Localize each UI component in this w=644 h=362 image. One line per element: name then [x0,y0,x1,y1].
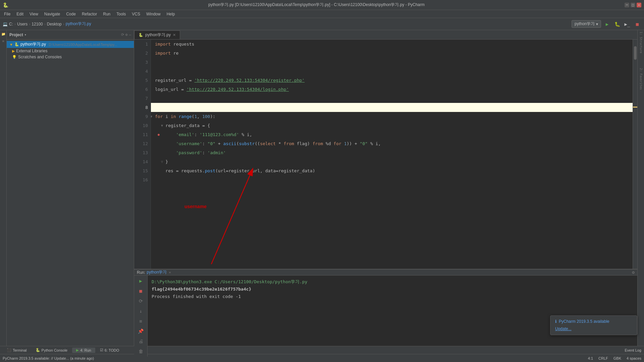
folder-open-icon: ▼ [9,43,13,47]
python-file-icon: 🐍 [14,42,19,47]
breadcrumb-user[interactable]: 12100 [32,22,43,26]
project-actions: ⟳ ⚙ — [121,33,131,37]
project-settings-icon[interactable]: ⚙ [125,33,128,37]
menu-edit[interactable]: Edit [14,11,26,17]
event-log-link[interactable]: Event Log [625,348,641,352]
menu-code[interactable]: Code [63,11,78,17]
structure-icon[interactable]: ≡ [1,39,5,44]
run-tab-name[interactable]: python学习 [147,269,167,275]
right-panel: 1: Structure 2: Favorites [637,30,644,346]
notification-title: ℹ PyCharm 2019.3.5 available [555,319,632,324]
breakpoint-11: ● [158,130,160,139]
breadcrumb-file[interactable]: python学习.py [66,21,91,27]
notification-update-link[interactable]: Update... [555,326,572,331]
kw-import-2: import [155,49,171,58]
tab-close-button[interactable]: ✕ [173,33,176,37]
run-trash-button[interactable]: 🗑 [137,347,145,355]
run-pin-button[interactable]: 📌 [137,327,145,335]
menu-view[interactable]: View [27,11,41,17]
tree-item-scratches[interactable]: 💡 Scratches and Consoles [7,54,134,60]
run-list-button[interactable]: ≡ [137,317,145,325]
right-panel-label-2[interactable]: 2: Favorites [639,68,643,90]
line-num-4: 4 [134,67,148,76]
status-line-col[interactable]: 4:1 [588,356,593,360]
menu-run[interactable]: Run [100,11,113,17]
run-rerun-button[interactable]: ⟳ [137,297,145,305]
breadcrumb-drive-label[interactable]: C: [9,22,13,26]
breadcrumb-drive[interactable]: 💻 [3,22,8,26]
stop-button[interactable]: ■ [633,20,641,28]
code-line-2: import re [151,49,633,58]
code-line-5: register_url = 'http://220.249.52.133:54… [151,76,633,85]
right-panel-label-1[interactable]: 1: Structure [639,32,643,53]
titlebar: 🐍 python学习.py [D:\Users\12100\AppData\Lo… [0,0,644,10]
run-tab-label-bottom: 4: Run [80,348,91,352]
run-config-button[interactable]: python学习 ▾ [572,20,601,28]
maximize-button[interactable]: □ [631,3,635,7]
menu-tools[interactable]: Tools [114,11,128,17]
breadcrumb-users[interactable]: Users [17,22,28,26]
run-process-output: Process finished with exit code -1 [152,293,633,300]
toolbar-right: python学习 ▾ ▶ 🐛 ▶̲ ■ [572,20,641,28]
menu-refactor[interactable]: Refactor [79,11,100,17]
run-tabs-bar: Run: python学习 ✕ ⚙ [134,269,637,276]
notification-icon: ℹ [555,319,557,324]
project-header: Project ▾ ⟳ ⚙ — [7,30,134,40]
project-icon[interactable]: 📁 [1,32,6,37]
code-line-9: ▼ for i in range(1, 100): [151,112,633,121]
minimize-button[interactable]: ─ [625,3,629,7]
line-num-6: 6 [134,85,148,94]
run-print-button[interactable]: 🖨 [137,337,145,345]
code-content[interactable]: import requests import re register_url =… [151,40,633,269]
close-button[interactable]: ✕ [637,3,641,7]
notification-popup: ℹ PyCharm 2019.3.5 available Update... [550,315,637,335]
tree-item-main[interactable]: ▼ 🐍 python学习.py D:\Users\12100\AppData\L… [7,41,134,48]
title-text: python学习.py [D:\Users\12100\AppData\Loca… [8,2,625,8]
code-line-1: import requests [151,40,633,49]
tab-main-file[interactable]: 🐍 python学习.py ✕ [134,31,180,39]
run-scroll-down-button[interactable]: ↓ [137,307,145,315]
run-command-line: D:\Python38\python3.exe C:/Users/12100/D… [152,278,633,286]
menu-help[interactable]: Help [164,11,178,17]
status-encoding[interactable]: GBK [613,356,621,360]
terminal-icon: ⬛ [7,348,11,352]
line-num-15: 15 [134,166,148,175]
status-text: PyCharm 2019.3.5 available: // Update...… [3,356,94,360]
menu-window[interactable]: Window [144,11,163,17]
breadcrumb: 💻 C: › Users › 12100 › Desktop › python学… [3,21,91,27]
line-num-7: 7 [134,94,148,103]
breadcrumb-desktop[interactable]: Desktop [47,22,62,26]
right-scrollbar[interactable] [633,40,637,269]
run-settings-icon[interactable]: ⚙ [632,270,635,275]
project-sync-icon[interactable]: ⟳ [121,33,124,37]
run-tab-close[interactable]: ✕ [169,270,171,274]
tab-todo[interactable]: ☑ 6: TODO [96,347,123,353]
main-area: 📁 ≡ Project ▾ ⟳ ⚙ — ▼ 🐍 python学习.py D:\U… [0,30,644,346]
coverage-button[interactable]: ▶̲ [623,20,631,28]
tab-python-console[interactable]: 🐍 Python Console [32,347,72,353]
project-collapse-icon[interactable]: — [129,33,131,37]
run-stop-button[interactable]: ■ [137,287,145,295]
menu-file[interactable]: File [1,11,13,17]
line-num-14: 14 [134,157,148,166]
menu-navigate[interactable]: Navigate [42,11,63,17]
scrollbar-thumb[interactable] [634,46,637,60]
tab-run[interactable]: ▶ 4: Run [72,348,95,353]
line-num-12: 12 [134,139,148,148]
terminal-label: Terminal [13,348,27,352]
run-tab-label: Run: [137,270,145,275]
project-chevron[interactable]: ▾ [24,33,26,37]
run-button[interactable]: ▶ [603,20,611,28]
app-icon: 🐍 [3,2,8,8]
code-line-12: 'username': "0" + ascii(substr((select *… [151,139,633,148]
run-play-button[interactable]: ▶ [137,277,145,285]
tree-item-external-libs[interactable]: ▶ External Libraries [7,48,134,54]
tab-terminal[interactable]: ⬛ Terminal [3,347,31,353]
code-editor[interactable]: 1 2 3 4 5 6 7 8 9 10 11 12 13 14 15 16 [134,40,637,269]
debug-button[interactable]: 🐛 [613,20,621,28]
status-crlf[interactable]: CRLF [598,356,608,360]
code-line-11: ● 'email': '111@123.com%d' % i, [151,130,633,139]
menu-vcs[interactable]: VCS [129,11,143,17]
side-icon-bar: 📁 ≡ [0,30,7,346]
status-indent[interactable]: 4 spaces [627,356,641,360]
